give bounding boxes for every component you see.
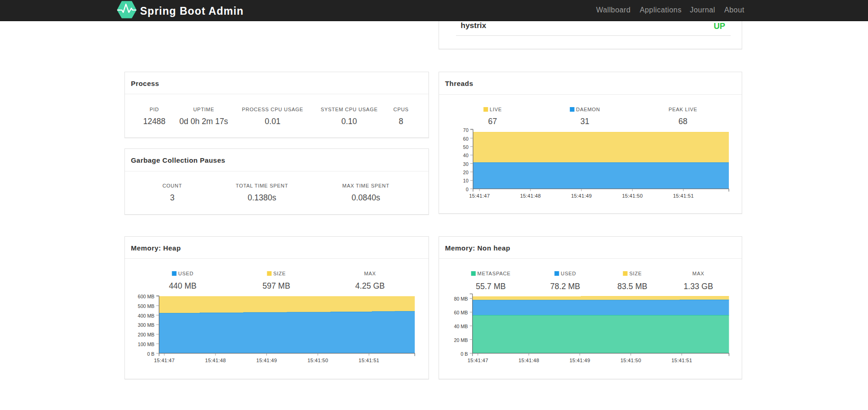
svg-text:80 MB: 80 MB — [454, 296, 468, 302]
svg-text:15:41:50: 15:41:50 — [307, 358, 328, 363]
svg-text:30: 30 — [463, 161, 468, 167]
svg-text:300 MB: 300 MB — [138, 322, 154, 328]
svg-text:15:41:51: 15:41:51 — [359, 358, 379, 363]
svg-text:70: 70 — [463, 127, 468, 133]
svg-text:50: 50 — [463, 144, 468, 150]
svg-text:15:41:51: 15:41:51 — [671, 358, 692, 363]
svg-text:15:41:49: 15:41:49 — [256, 358, 277, 363]
svg-text:15:41:47: 15:41:47 — [154, 358, 175, 363]
svg-text:15:41:47: 15:41:47 — [468, 358, 488, 363]
svg-text:0: 0 — [466, 187, 468, 192]
svg-text:0 B: 0 B — [147, 351, 155, 357]
svg-text:15:41:47: 15:41:47 — [469, 193, 490, 199]
svg-text:400 MB: 400 MB — [138, 313, 154, 319]
svg-text:15:41:51: 15:41:51 — [673, 193, 693, 199]
svg-text:200 MB: 200 MB — [138, 332, 154, 337]
svg-text:40: 40 — [463, 153, 468, 158]
svg-text:60: 60 — [463, 136, 468, 142]
svg-text:20: 20 — [463, 170, 468, 175]
svg-text:15:41:48: 15:41:48 — [520, 193, 541, 199]
svg-text:15:41:50: 15:41:50 — [620, 358, 641, 363]
svg-text:40 MB: 40 MB — [454, 324, 468, 329]
svg-text:15:41:50: 15:41:50 — [622, 193, 643, 199]
svg-text:15:41:49: 15:41:49 — [571, 193, 592, 199]
svg-text:15:41:48: 15:41:48 — [519, 358, 539, 363]
svg-text:600 MB: 600 MB — [138, 294, 154, 299]
svg-text:10: 10 — [463, 178, 468, 183]
svg-text:0 B: 0 B — [461, 351, 468, 357]
svg-text:20 MB: 20 MB — [454, 337, 468, 343]
svg-text:100 MB: 100 MB — [138, 342, 154, 347]
svg-text:60 MB: 60 MB — [454, 310, 468, 315]
svg-text:500 MB: 500 MB — [138, 303, 154, 309]
svg-text:15:41:48: 15:41:48 — [205, 358, 226, 363]
svg-text:15:41:49: 15:41:49 — [569, 358, 590, 363]
